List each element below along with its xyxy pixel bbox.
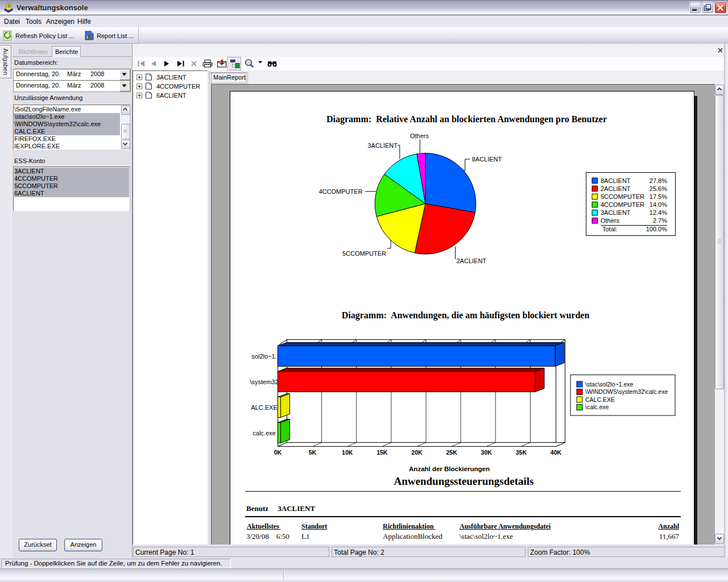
svg-text:2ACLIENT: 2ACLIENT [457,257,487,264]
svg-text:100.0%: 100.0% [646,226,668,232]
svg-text:5CCOMPUTER: 5CCOMPUTER [342,250,386,257]
svg-text:ALC.EXE: ALC.EXE [251,404,277,411]
svg-text:5CCOMPUTER: 5CCOMPUTER [601,193,644,200]
svg-text:calc.exe: calc.exe [253,430,275,436]
svg-text:0K: 0K [274,449,282,456]
svg-text:4CCOMPUTER: 4CCOMPUTER [318,188,362,195]
svg-text:3ACLIENT: 3ACLIENT [156,74,187,81]
svg-text:4CCOMPUTER: 4CCOMPUTER [601,201,644,208]
svg-text:8ACLIENT: 8ACLIENT [472,156,502,163]
svg-text:\system32: \system32 [250,379,278,385]
svg-text:20K: 20K [411,449,423,456]
svg-text:3ACLIENT: 3ACLIENT [601,209,631,216]
svg-text:3ACLIENT: 3ACLIENT [367,142,398,149]
svg-text:Others: Others [601,217,620,224]
svg-text:Anzahl der Blockierungen: Anzahl der Blockierungen [409,465,490,472]
svg-text:2.7%: 2.7% [653,217,667,224]
svg-text:2ACLIENT: 2ACLIENT [601,185,631,192]
svg-text:5K: 5K [309,449,317,456]
svg-text:17.5%: 17.5% [650,193,667,200]
svg-text:sol2lo~1.: sol2lo~1. [251,353,276,360]
svg-text:40K: 40K [551,449,562,456]
svg-text:6ACLIENT: 6ACLIENT [156,92,187,99]
svg-text:10K: 10K [342,449,353,456]
svg-text:25.6%: 25.6% [650,185,667,192]
svg-text:Total:: Total: [602,226,617,232]
svg-text:30K: 30K [481,449,493,456]
svg-text:14.0%: 14.0% [650,201,667,208]
svg-text:Others: Others [410,132,429,139]
svg-text:35K: 35K [516,449,527,456]
svg-text:4CCOMPUTER: 4CCOMPUTER [156,83,200,90]
svg-text:15K: 15K [377,449,388,456]
svg-text:12.4%: 12.4% [650,209,667,216]
svg-text:\calc.exe: \calc.exe [585,404,609,410]
svg-text:\WINDOWS\system32\calc.exe: \WINDOWS\system32\calc.exe [585,388,668,395]
svg-text:25K: 25K [446,449,457,456]
svg-text:27.8%: 27.8% [650,177,667,184]
svg-text:8ACLIENT: 8ACLIENT [601,177,631,184]
svg-text:CALC.EXE: CALC.EXE [585,396,615,403]
svg-text:\stac\sol2lo~1.exe: \stac\sol2lo~1.exe [585,381,634,388]
